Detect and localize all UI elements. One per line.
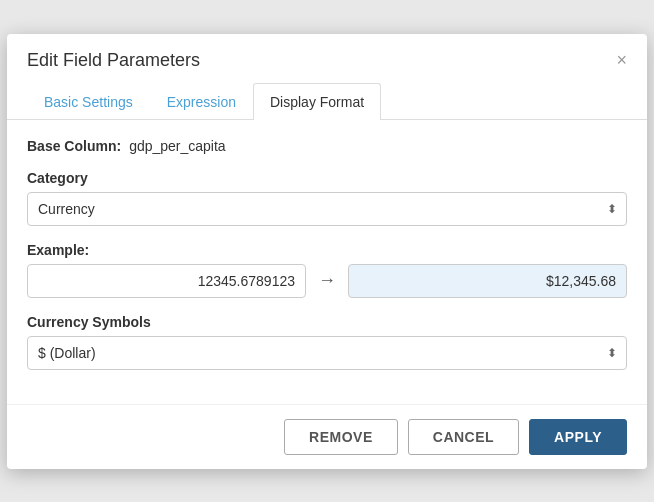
category-group: Category Currency Number Percentage Date… (27, 170, 627, 226)
edit-field-parameters-modal: Edit Field Parameters × Basic Settings E… (7, 34, 647, 469)
base-column-value: gdp_per_capita (129, 138, 226, 154)
modal-title: Edit Field Parameters (27, 50, 200, 71)
example-output: $12,345.68 (348, 264, 627, 298)
tab-display-format[interactable]: Display Format (253, 83, 381, 120)
modal-body: Base Column: gdp_per_capita Category Cur… (7, 120, 647, 404)
example-group: Example: → $12,345.68 (27, 242, 627, 298)
currency-symbols-group: Currency Symbols $ (Dollar) € (Euro) £ (… (27, 314, 627, 370)
close-button[interactable]: × (616, 51, 627, 69)
currency-symbols-label: Currency Symbols (27, 314, 627, 330)
base-column-label: Base Column: (27, 138, 121, 154)
base-column-row: Base Column: gdp_per_capita (27, 138, 627, 154)
cancel-button[interactable]: CANCEL (408, 419, 519, 455)
example-label: Example: (27, 242, 627, 258)
apply-button[interactable]: APPLY (529, 419, 627, 455)
tab-expression[interactable]: Expression (150, 83, 253, 120)
modal-header: Edit Field Parameters × (7, 34, 647, 71)
currency-select-wrapper: $ (Dollar) € (Euro) £ (Pound) ¥ (Yen) ⬍ (27, 336, 627, 370)
category-select[interactable]: Currency Number Percentage Date Text (27, 192, 627, 226)
example-input[interactable] (27, 264, 306, 298)
remove-button[interactable]: REMOVE (284, 419, 398, 455)
modal-footer: REMOVE CANCEL APPLY (7, 404, 647, 469)
tabs-container: Basic Settings Expression Display Format (7, 83, 647, 120)
category-select-wrapper: Currency Number Percentage Date Text ⬍ (27, 192, 627, 226)
currency-symbols-select[interactable]: $ (Dollar) € (Euro) £ (Pound) ¥ (Yen) (27, 336, 627, 370)
arrow-icon: → (318, 270, 336, 291)
example-row: → $12,345.68 (27, 264, 627, 298)
tab-basic-settings[interactable]: Basic Settings (27, 83, 150, 120)
category-label: Category (27, 170, 627, 186)
